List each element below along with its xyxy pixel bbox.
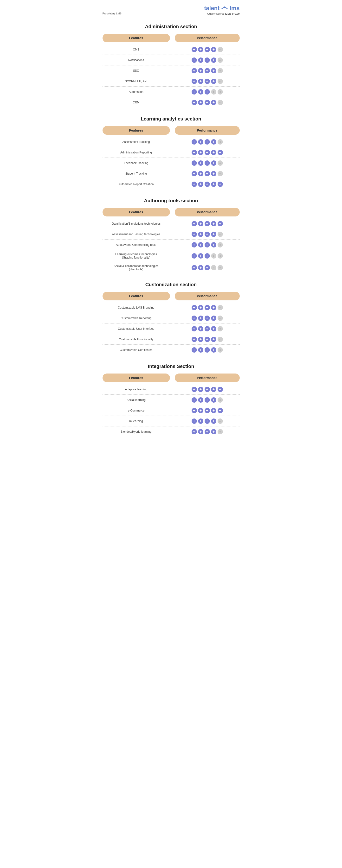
performance-cell xyxy=(175,150,240,155)
dot-filled-icon xyxy=(192,68,197,73)
dot-empty-icon xyxy=(211,89,217,95)
dot-filled-icon xyxy=(205,68,210,73)
dot-filled-icon xyxy=(205,58,210,63)
table-row: Administration Reporting xyxy=(103,147,240,158)
dot-filled-icon xyxy=(205,182,210,187)
dot-filled-icon xyxy=(211,242,217,247)
dot-filled-icon xyxy=(192,79,197,84)
dot-filled-icon xyxy=(205,387,210,392)
performance-cell xyxy=(175,305,240,310)
dot-empty-icon xyxy=(218,253,223,258)
feature-cell: mLearning xyxy=(103,418,170,424)
performance-cell xyxy=(175,160,240,166)
dot-filled-icon xyxy=(205,265,210,270)
page-header: Proprietary LMS talent lms Quality Score… xyxy=(103,5,240,19)
table-learning-analytics: FeaturesPerformanceAssessment TrackingAd… xyxy=(103,126,240,189)
dot-filled-icon xyxy=(198,171,203,176)
dot-filled-icon xyxy=(198,253,203,258)
feature-cell: e-Commerce xyxy=(103,408,170,413)
dot-empty-icon xyxy=(218,47,223,52)
performance-cell xyxy=(175,315,240,321)
dot-empty-icon xyxy=(218,429,223,434)
table-row: Social & collaboration technologies(chat… xyxy=(103,262,240,274)
dot-filled-icon xyxy=(211,47,217,52)
dot-filled-icon xyxy=(198,58,203,63)
section-learning-analytics: Learning analytics sectionFeaturesPerfor… xyxy=(103,116,240,189)
table-row: Assessment Tracking xyxy=(103,136,240,147)
dot-filled-icon xyxy=(205,100,210,105)
quality-label: Quality Score: xyxy=(207,12,224,15)
section-title-authoring-tools: Authoring tools section xyxy=(103,198,240,204)
dot-filled-icon xyxy=(218,408,223,413)
proprietary-text: Proprietary LMS xyxy=(103,12,121,15)
dot-filled-icon xyxy=(192,397,197,403)
feature-cell: Blended/Hybrid learning xyxy=(103,429,170,434)
table-row: Automated Report Creation xyxy=(103,179,240,189)
dot-filled-icon xyxy=(211,79,217,84)
features-header: Features xyxy=(103,126,170,135)
dot-filled-icon xyxy=(192,139,197,145)
dot-empty-icon xyxy=(218,265,223,270)
dot-filled-icon xyxy=(198,408,203,413)
table-header-customization: FeaturesPerformance xyxy=(103,292,240,301)
dot-filled-icon xyxy=(192,265,197,270)
section-administration: Administration sectionFeaturesPerformanc… xyxy=(103,24,240,108)
dot-filled-icon xyxy=(198,418,203,424)
logo-lms: lms xyxy=(230,5,239,11)
dot-empty-icon xyxy=(218,139,223,145)
dot-filled-icon xyxy=(192,221,197,226)
table-row: SSO xyxy=(103,65,240,76)
dot-filled-icon xyxy=(198,160,203,166)
dot-filled-icon xyxy=(211,221,217,226)
table-row: Customizable Reporting xyxy=(103,313,240,323)
feature-cell: CRM xyxy=(103,100,170,105)
dot-filled-icon xyxy=(192,337,197,342)
performance-header: Performance xyxy=(175,208,240,216)
dot-filled-icon xyxy=(211,337,217,342)
dot-filled-icon xyxy=(218,150,223,155)
table-row: Social learning xyxy=(103,395,240,405)
dot-filled-icon xyxy=(205,231,210,237)
dot-filled-icon xyxy=(192,429,197,434)
table-row: Customizable Functionality xyxy=(103,334,240,345)
table-integrations: FeaturesPerformanceAdaptive learningSoci… xyxy=(103,373,240,437)
performance-cell xyxy=(175,253,240,258)
dot-filled-icon xyxy=(205,47,210,52)
dot-empty-icon xyxy=(218,171,223,176)
dot-filled-icon xyxy=(211,150,217,155)
section-title-administration: Administration section xyxy=(103,24,240,29)
dot-filled-icon xyxy=(198,139,203,145)
dot-empty-icon xyxy=(218,58,223,63)
dot-filled-icon xyxy=(192,182,197,187)
feature-cell: CMS xyxy=(103,47,170,52)
dot-filled-icon xyxy=(198,337,203,342)
section-title-learning-analytics: Learning analytics section xyxy=(103,116,240,122)
performance-cell xyxy=(175,68,240,73)
dot-empty-icon xyxy=(218,100,223,105)
dot-filled-icon xyxy=(192,418,197,424)
dot-filled-icon xyxy=(205,408,210,413)
table-row: Customizable User Interface xyxy=(103,323,240,334)
table-row: Gamification/Simulations technologies xyxy=(103,218,240,229)
performance-cell xyxy=(175,418,240,424)
feature-cell: Customizable Reporting xyxy=(103,315,170,321)
table-row: Blended/Hybrid learning xyxy=(103,427,240,437)
feature-cell: Customizable User Interface xyxy=(103,326,170,332)
performance-cell xyxy=(175,221,240,226)
dot-empty-icon xyxy=(218,68,223,73)
dot-empty-icon xyxy=(211,265,217,270)
quality-value: 82.25 of 100 xyxy=(225,12,239,15)
dot-filled-icon xyxy=(198,305,203,310)
quality-score: Quality Score: 82.25 of 100 xyxy=(204,12,239,15)
dot-filled-icon xyxy=(192,160,197,166)
dot-filled-icon xyxy=(211,347,217,352)
dot-filled-icon xyxy=(198,150,203,155)
dot-filled-icon xyxy=(198,100,203,105)
table-row: e-Commerce xyxy=(103,405,240,416)
dot-filled-icon xyxy=(211,326,217,332)
feature-cell: Gamification/Simulations technologies xyxy=(103,221,170,226)
feature-cell: Customizable Certificates xyxy=(103,347,170,352)
feature-cell: Assessment Tracking xyxy=(103,139,170,145)
dot-filled-icon xyxy=(198,315,203,321)
dot-filled-icon xyxy=(205,326,210,332)
